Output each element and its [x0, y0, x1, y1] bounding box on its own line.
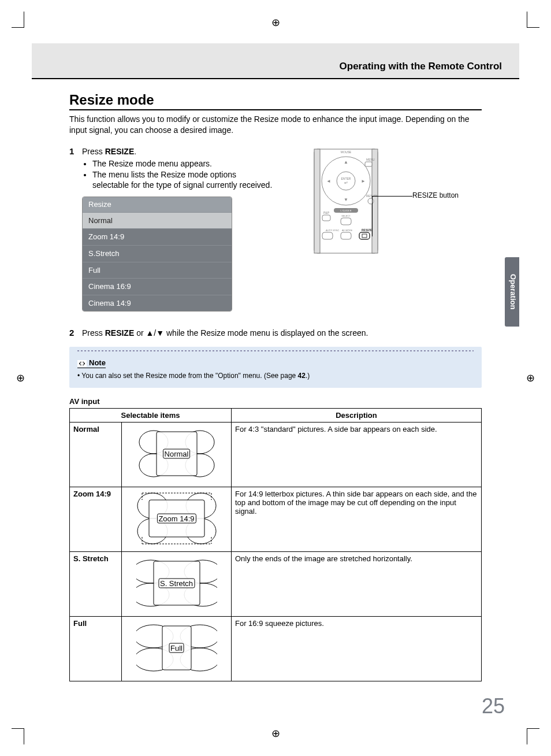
- step-1-bullet-1: The Resize mode menu appears.: [92, 158, 274, 169]
- resize-button-callout: RESIZE button: [412, 191, 459, 199]
- note-text-a: • You can also set the Resize mode from …: [77, 372, 298, 380]
- callout-line: [384, 196, 412, 197]
- header-band: Operating with the Remote Control: [32, 43, 519, 79]
- svg-text:SELECT: SELECT: [341, 214, 351, 217]
- crop-mark-tl: [12, 12, 24, 28]
- step-2-text-c: or ▲/▼ while the Resize mode menu is dis…: [134, 328, 368, 338]
- av-input-heading: AV input: [69, 397, 482, 406]
- svg-text:▼: ▼: [344, 197, 348, 202]
- page-number: 25: [482, 694, 505, 718]
- svg-text:▲: ▲: [344, 160, 348, 165]
- step-1-text-a: Press: [82, 147, 105, 156]
- av-item-desc: For 4:3 "standard" pictures. A side bar …: [232, 423, 482, 487]
- remote-illustration: ENTER ↵ ▲ ▼ ◄ ► MOUSE MENU RETURN P&P: [297, 146, 407, 256]
- av-item-name: S. Stretch: [70, 552, 122, 617]
- svg-rect-1: [314, 149, 320, 253]
- av-item-illus: Zoom 14:9: [122, 487, 232, 552]
- table-row: NormalNormalFor 4:3 "standard" pictures.…: [70, 423, 482, 487]
- resize-menu-item: Normal: [83, 212, 232, 229]
- step-2-num: 2: [69, 328, 77, 339]
- svg-text:P&P: P&P: [323, 211, 330, 214]
- svg-rect-10: [365, 162, 372, 166]
- svg-rect-21: [341, 232, 351, 239]
- step-1-bullet-2: The menu lists the Resize mode options s…: [92, 169, 274, 191]
- illus-label: Zoom 14:9: [157, 514, 196, 524]
- av-table: Selectable items Description NormalNorma…: [69, 408, 482, 681]
- svg-text:►: ►: [361, 179, 366, 184]
- resize-menu-item: Zoom 14:9: [83, 228, 232, 245]
- side-tab-operation: Operation: [505, 257, 519, 327]
- resize-menu: Resize Normal Zoom 14:9 S.Stretch Full C…: [82, 197, 232, 312]
- table-row: Zoom 14:9Zoom 14:9For 14:9 letterbox pic…: [70, 487, 482, 552]
- av-item-desc: For 14:9 letterbox pictures. A thin side…: [232, 487, 482, 552]
- table-row: S. StretchS. StretchOnly the ends of the…: [70, 552, 482, 617]
- two-column: 1 Press RESIZE. The Resize mode menu app…: [69, 146, 482, 314]
- step-1-body: Press RESIZE. The Resize mode menu appea…: [82, 146, 274, 312]
- section-intro: This function allows you to modify or cu…: [69, 114, 482, 136]
- step-1-text-b: RESIZE: [105, 147, 135, 156]
- step-2-text-b: RESIZE: [105, 328, 135, 338]
- svg-rect-23: [359, 232, 370, 239]
- av-item-desc: For 16:9 squeeze pictures.: [232, 617, 482, 681]
- step-1: 1 Press RESIZE. The Resize mode menu app…: [69, 146, 274, 312]
- note-label: Note: [77, 358, 106, 368]
- av-item-illus: S. Stretch: [122, 552, 232, 617]
- remote-menu-label: MENU: [366, 158, 375, 161]
- av-item-illus: Normal: [122, 423, 232, 487]
- right-column: ENTER ↵ ▲ ▼ ◄ ► MOUSE MENU RETURN P&P: [285, 146, 482, 314]
- header-title: Operating with the Remote Control: [340, 61, 502, 72]
- svg-text:AUTO SYNC: AUTO SYNC: [326, 229, 339, 232]
- resize-menu-item: S.Stretch: [83, 245, 232, 262]
- illus-label: Normal: [163, 449, 191, 459]
- svg-text:AV MODE: AV MODE: [342, 229, 352, 232]
- av-item-name: Normal: [70, 423, 122, 487]
- step-1-text-c: .: [134, 147, 136, 156]
- illus-label: Full: [169, 643, 184, 653]
- registration-mark-bottom: ⊕: [271, 727, 280, 740]
- av-col2-header: Description: [232, 409, 482, 423]
- note-text-c: .): [306, 372, 310, 380]
- registration-mark-left: ⊕: [16, 372, 25, 384]
- content: Resize mode This function allows you to …: [46, 92, 505, 681]
- resize-menu-item: Full: [83, 262, 232, 279]
- step-2-body: Press RESIZE or ▲/▼ while the Resize mod…: [82, 328, 482, 339]
- callout-line-b: [372, 196, 384, 236]
- crop-mark-bl: [12, 728, 24, 744]
- section-heading: Resize mode: [69, 92, 482, 110]
- step-1-num: 1: [69, 146, 77, 312]
- illus-label: S. Stretch: [158, 579, 195, 588]
- note-dotline: [77, 350, 474, 351]
- left-column: 1 Press RESIZE. The Resize mode menu app…: [69, 146, 274, 314]
- av-item-illus: Full: [122, 617, 232, 681]
- step-2-text-a: Press: [82, 328, 105, 338]
- note-text: • You can also set the Resize mode from …: [77, 372, 474, 380]
- resize-menu-item: Cinema 14:9: [83, 295, 232, 312]
- table-row: FullFullFor 16:9 squeeze pictures.: [70, 617, 482, 681]
- registration-mark-top: ⊕: [271, 16, 280, 29]
- svg-text:L CLICK R: L CLICK R: [341, 209, 352, 212]
- page: Operating with the Remote Control Resize…: [46, 43, 505, 713]
- crop-mark-tr: [527, 12, 539, 28]
- av-item-desc: Only the ends of the image are stretched…: [232, 552, 482, 617]
- note-block: Note • You can also set the Resize mode …: [69, 347, 482, 388]
- crop-mark-br: [527, 728, 539, 744]
- note-text-b: 42: [298, 372, 306, 380]
- remote-mouse-label: MOUSE: [341, 150, 352, 154]
- svg-text:↵: ↵: [344, 180, 348, 186]
- av-item-name: Full: [70, 617, 122, 681]
- resize-menu-header: Resize: [83, 197, 232, 212]
- svg-rect-19: [322, 232, 333, 239]
- av-col1-header: Selectable items: [70, 409, 232, 423]
- registration-mark-right: ⊕: [526, 372, 535, 384]
- step-2: 2 Press RESIZE or ▲/▼ while the Resize m…: [69, 328, 482, 339]
- resize-menu-item: Cinema 16:9: [83, 278, 232, 295]
- svg-text:◄: ◄: [326, 179, 331, 184]
- svg-text:RESIZE: RESIZE: [362, 228, 373, 232]
- av-item-name: Zoom 14:9: [70, 487, 122, 552]
- svg-rect-17: [341, 218, 351, 225]
- svg-rect-13: [322, 215, 330, 221]
